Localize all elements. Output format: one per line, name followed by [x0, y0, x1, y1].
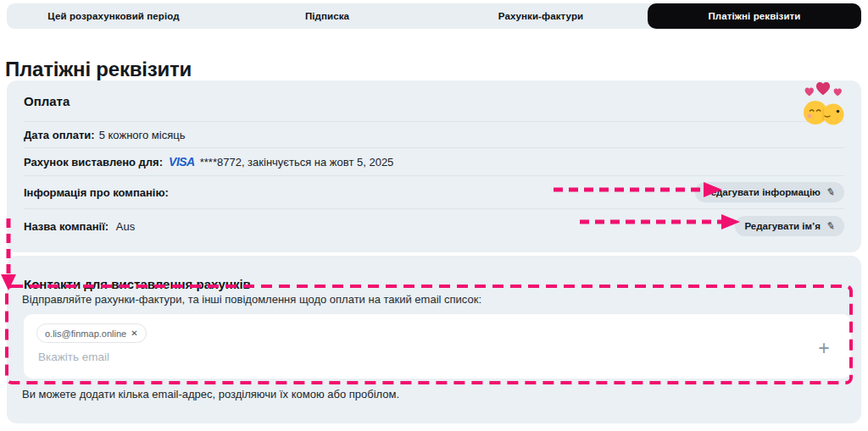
billing-contacts-card: Контакти для виставлення рахунків Відпра…	[7, 256, 861, 423]
payment-date-value: 5 кожного місяць	[99, 129, 186, 141]
email-list-input-area[interactable]: o.lis@finmap.online ✕ +	[24, 314, 851, 379]
remove-email-icon[interactable]: ✕	[131, 329, 137, 338]
tab-current-billing-period[interactable]: Цей розрахунковий період	[7, 3, 220, 29]
pencil-icon: ✎	[826, 219, 836, 233]
payment-card-title: Оплата	[7, 80, 861, 121]
billing-settings-page: Цей розрахунковий період Підписка Рахунк…	[0, 0, 868, 431]
card-number-expiry-value: ****8772, закінчується на жовт 5, 2025	[200, 156, 394, 169]
billing-tab-bar: Цей розрахунковий період Підписка Рахунк…	[7, 3, 861, 29]
pencil-icon: ✎	[826, 185, 836, 199]
email-list-instruction: Відправляйте рахунки-фактури, та інші по…	[22, 293, 481, 306]
billed-to-row: Рахунок виставлено для: VISA ****8772, з…	[24, 147, 844, 175]
company-name-row: Назва компанії: Aus Редагувати ім’я ✎	[24, 208, 844, 243]
edit-name-button-label: Редагувати ім’я	[744, 221, 820, 231]
email-chip[interactable]: o.lis@finmap.online ✕	[36, 323, 147, 343]
couple-kiss-hearts-emoji	[798, 80, 848, 126]
company-name-label: Назва компанії:	[24, 220, 108, 233]
billing-contacts-title: Контакти для виставлення рахунків	[7, 256, 861, 293]
tab-invoices[interactable]: Рахунки-фактури	[434, 3, 648, 29]
payment-card: Оплата Дата оплати: 5 кожного місяць Рах…	[7, 80, 861, 252]
add-email-icon[interactable]: +	[814, 338, 834, 358]
tab-subscription[interactable]: Підписка	[220, 3, 434, 29]
billed-to-label: Рахунок виставлено для:	[24, 156, 163, 169]
tab-payment-details[interactable]: Платіжні реквізити	[648, 3, 861, 29]
edit-info-button[interactable]: Редагувати інформацію ✎	[695, 182, 844, 202]
payment-date-row: Дата оплати: 5 кожного місяць	[24, 121, 844, 147]
page-title: Платіжні реквізити	[5, 58, 192, 81]
multiple-emails-hint: Ви можете додати кілька email-адрес, роз…	[22, 388, 399, 401]
edit-info-button-label: Редагувати інформацію	[704, 187, 821, 197]
visa-logo: VISA	[169, 155, 195, 169]
edit-name-button[interactable]: Редагувати ім’я ✎	[735, 216, 844, 236]
payment-date-label: Дата оплати:	[24, 129, 95, 141]
company-info-row: Інформація про компанію: Редагувати інфо…	[24, 175, 844, 208]
email-chip-address: o.lis@finmap.online	[45, 329, 126, 339]
company-info-label: Інформація про компанію:	[24, 186, 169, 199]
company-name-value: Aus	[116, 220, 135, 233]
email-input[interactable]	[36, 346, 777, 367]
